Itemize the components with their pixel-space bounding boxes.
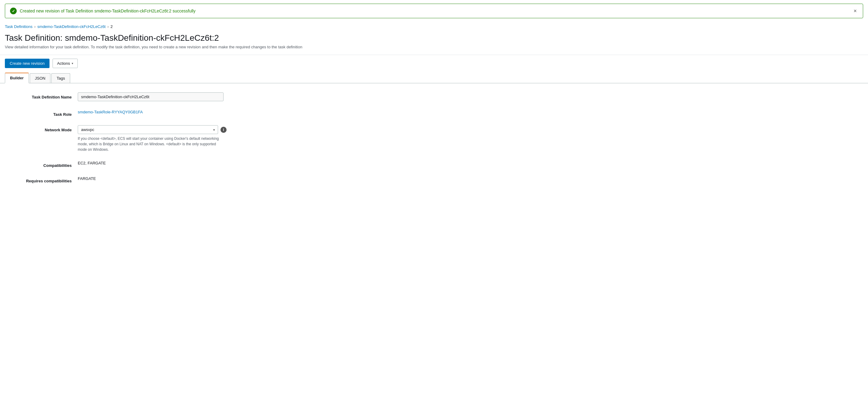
label-task-def-name: Task Definition Name [5,92,72,99]
tab-content: Task Definition Name Task Role smdemo-Ta… [0,83,868,198]
breadcrumb-sep-2: › [107,25,109,29]
link-task-role[interactable]: smdemo-TaskRole-RYYAQY0GB1FA [78,110,143,114]
label-requires-compatibilities: Requires compatibilities [5,176,72,183]
input-task-def-name[interactable] [78,92,223,101]
success-message: Created new revision of Task Definition … [20,8,195,13]
text-compatibilities: EC2, FARGATE [78,159,106,165]
page-description: View detailed information for your task … [5,45,863,49]
value-compatibilities: EC2, FARGATE [78,161,278,165]
page-header: Task Definition: smdemo-TaskDefinition-c… [0,30,868,55]
tab-builder[interactable]: Builder [5,73,29,83]
form-row-task-role: Task Role smdemo-TaskRole-RYYAQY0GB1FA [5,110,278,117]
page-title: Task Definition: smdemo-TaskDefinition-c… [5,33,863,43]
network-mode-info-icon[interactable]: i [220,127,226,133]
create-new-revision-button[interactable]: Create new revision [5,59,50,68]
network-mode-select-row: awsvpc <default> bridge host none ▾ i [78,125,226,134]
form-row-task-def-name: Task Definition Name [5,92,278,101]
form-row-network-mode: Network Mode awsvpc <default> bridge hos… [5,125,278,152]
banner-close-button[interactable]: × [852,8,858,14]
form-row-requires-compatibilities: Requires compatibilities FARGATE [5,176,278,183]
actions-dropdown-arrow: ▾ [72,62,73,65]
form-section: Task Definition Name Task Role smdemo-Ta… [5,92,278,183]
tabs-container: Builder JSON Tags [0,68,868,83]
success-check-icon [10,8,17,14]
value-network-mode: awsvpc <default> bridge host none ▾ i If… [78,125,278,152]
action-bar: Create new revision Actions ▾ [0,55,868,68]
label-network-mode: Network Mode [5,125,72,132]
actions-button-label: Actions [57,61,70,66]
value-requires-compatibilities: FARGATE [78,176,278,181]
label-compatibilities: Compatibilities [5,161,72,168]
network-mode-select-wrapper: awsvpc <default> bridge host none ▾ [78,125,218,134]
network-mode-hint: If you choose <default>, ECS will start … [78,136,223,152]
label-task-role: Task Role [5,110,72,117]
breadcrumb-task-def-name[interactable]: smdemo-TaskDefinition-ckFcH2LeCz6t [37,24,106,29]
breadcrumb-task-definitions[interactable]: Task Definitions [5,24,32,29]
value-task-def-name [78,92,278,101]
breadcrumb: Task Definitions › smdemo-TaskDefinition… [0,22,868,30]
success-banner: Created new revision of Task Definition … [5,4,863,18]
text-requires-compatibilities: FARGATE [78,174,96,181]
value-task-role: smdemo-TaskRole-RYYAQY0GB1FA [78,110,278,114]
tab-tags[interactable]: Tags [51,73,70,83]
breadcrumb-revision: 2 [111,24,113,29]
network-mode-select[interactable]: awsvpc <default> bridge host none [78,125,218,134]
success-banner-content: Created new revision of Task Definition … [10,8,195,14]
form-row-compatibilities: Compatibilities EC2, FARGATE [5,161,278,168]
actions-dropdown-button[interactable]: Actions ▾ [53,59,78,68]
breadcrumb-sep-1: › [34,25,35,29]
tab-json[interactable]: JSON [30,73,51,83]
